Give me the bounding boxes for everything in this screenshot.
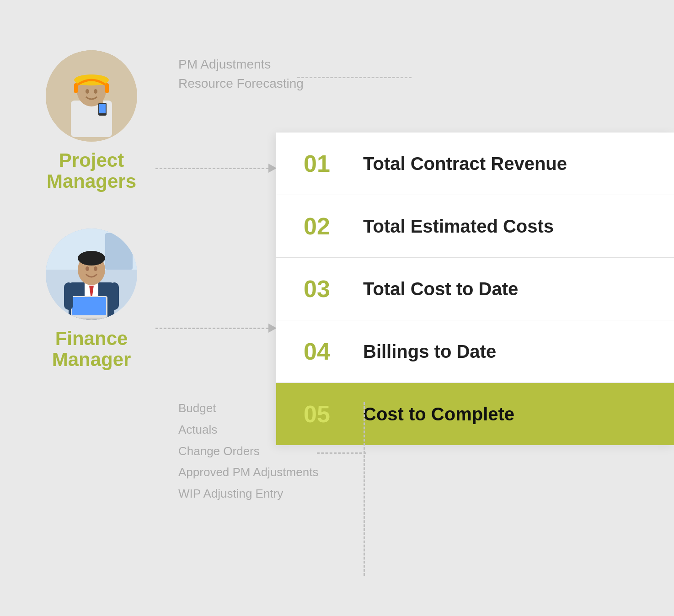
page-container: PM Adjustments Resource Forecasting bbox=[0, 0, 674, 616]
bottom-label-budget: Budget bbox=[178, 398, 318, 419]
list-item-01: 01 Total Contract Revenue bbox=[276, 133, 674, 195]
pm-adjustments-label: PM Adjustments bbox=[178, 55, 304, 74]
svg-point-7 bbox=[86, 89, 89, 94]
item-number-01: 01 bbox=[304, 150, 349, 177]
svg-rect-14 bbox=[105, 233, 133, 270]
svg-rect-10 bbox=[99, 104, 106, 113]
avatar-fm bbox=[46, 228, 137, 320]
fm-arrow-head bbox=[268, 324, 277, 333]
svg-point-19 bbox=[78, 251, 105, 266]
item-text-05: Cost to Complete bbox=[363, 404, 514, 425]
bottom-label-wip: WIP Adjusting Entry bbox=[178, 483, 318, 504]
item-number-03: 03 bbox=[304, 275, 349, 303]
list-item-03: 03 Total Cost to Date bbox=[276, 258, 674, 320]
item-text-04: Billings to Date bbox=[363, 341, 496, 362]
item-number-04: 04 bbox=[304, 338, 349, 365]
fm-arrow bbox=[155, 324, 277, 333]
avatar-pm bbox=[46, 50, 137, 142]
list-item-02: 02 Total Estimated Costs bbox=[276, 195, 674, 258]
finance-manager-card: Finance Manager bbox=[46, 228, 137, 370]
dashed-vertical-bottom bbox=[364, 402, 365, 576]
fm-arrow-line bbox=[155, 328, 268, 329]
bottom-label-approved-pm: Approved PM Adjustments bbox=[178, 462, 318, 483]
bottom-labels-section: Budget Actuals Change Orders Approved PM… bbox=[178, 398, 318, 504]
dashed-horizontal-change-orders bbox=[317, 452, 366, 454]
svg-rect-26 bbox=[110, 282, 119, 310]
svg-rect-25 bbox=[64, 282, 73, 310]
bottom-label-change-orders: Change Orders bbox=[178, 441, 318, 462]
svg-point-8 bbox=[94, 89, 97, 94]
svg-rect-23 bbox=[72, 297, 106, 315]
svg-rect-24 bbox=[69, 318, 114, 320]
dashed-line-top bbox=[297, 77, 412, 78]
svg-point-21 bbox=[94, 266, 97, 271]
list-item-05: 05 Cost to Complete bbox=[276, 383, 674, 445]
pm-arrow-head bbox=[268, 164, 277, 173]
fm-label: Finance Manager bbox=[46, 328, 137, 370]
svg-rect-6 bbox=[105, 83, 109, 93]
bottom-label-actuals: Actuals bbox=[178, 419, 318, 441]
pm-label: Project Managers bbox=[46, 150, 137, 192]
item-number-02: 02 bbox=[304, 212, 349, 240]
pm-arrow-line bbox=[155, 168, 268, 169]
project-manager-card: Project Managers bbox=[46, 50, 137, 192]
pm-arrow bbox=[155, 164, 277, 173]
fm-avatar-svg bbox=[46, 228, 137, 320]
list-item-04: 04 Billings to Date bbox=[276, 320, 674, 383]
item-text-02: Total Estimated Costs bbox=[363, 216, 554, 237]
item-text-01: Total Contract Revenue bbox=[363, 154, 567, 174]
right-panel: 01 Total Contract Revenue 02 Total Estim… bbox=[276, 133, 674, 445]
pm-avatar-svg bbox=[46, 50, 137, 142]
top-labels-section: PM Adjustments Resource Forecasting bbox=[178, 55, 304, 93]
item-text-03: Total Cost to Date bbox=[363, 279, 518, 299]
svg-rect-5 bbox=[74, 83, 78, 93]
resource-forecasting-label: Resource Forecasting bbox=[178, 74, 304, 93]
svg-rect-11 bbox=[95, 100, 103, 103]
svg-point-20 bbox=[86, 266, 89, 271]
